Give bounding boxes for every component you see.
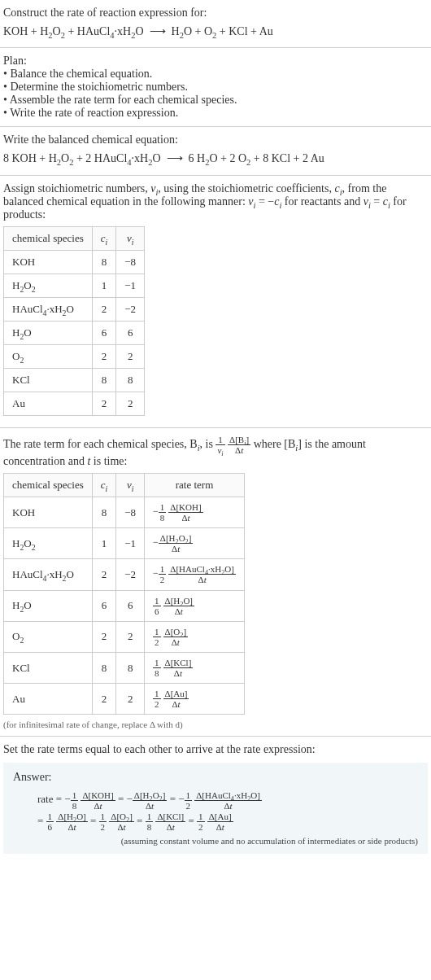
plan-item: Determine the stoichiometric numbers. <box>3 81 428 94</box>
plan-item: Balance the chemical equation. <box>3 68 428 81</box>
stoich-section: Assign stoichiometric numbers, νi, using… <box>0 176 431 428</box>
table-row: H2O6616 Δ[H2O]Δt <box>4 590 245 621</box>
col-species: chemical species <box>4 473 93 497</box>
cell-species: HAuCl4·xH2O <box>4 559 93 590</box>
unbalanced-equation: KOH + H2O2 + HAuCl4·xH2O ⟶ H2O + O2 + KC… <box>3 23 428 41</box>
cell-ci: 6 <box>92 590 116 621</box>
cell-ci: 2 <box>92 297 116 321</box>
cell-species: H2O <box>4 590 93 621</box>
cell-rate: −12 Δ[HAuCl4·xH2O]Δt <box>145 559 245 590</box>
cell-vi: −2 <box>116 559 145 590</box>
cell-ci: 8 <box>92 497 116 527</box>
cell-rate: −Δ[H2O2]Δt <box>145 528 245 559</box>
cell-ci: 2 <box>92 559 116 590</box>
table-row: KCl8818 Δ[KCl]Δt <box>4 652 245 683</box>
table-header-row: chemical species ci νi <box>4 226 145 250</box>
table-row: O22212 Δ[O2]Δt <box>4 621 245 652</box>
answer-line1: rate = −18 Δ[KOH]Δt = −Δ[H2O2]Δt = −12 Δ… <box>37 789 418 811</box>
cell-rate: 16 Δ[H2O]Δt <box>145 590 245 621</box>
cell-vi: 2 <box>116 392 145 415</box>
col-species: chemical species <box>4 226 93 250</box>
table-row: KOH8−8−18 Δ[KOH]Δt <box>4 497 245 527</box>
cell-ci: 1 <box>92 273 116 297</box>
answer-box: Answer: rate = −18 Δ[KOH]Δt = −Δ[H2O2]Δt… <box>3 763 428 853</box>
cell-species: Au <box>4 684 93 715</box>
table-row: O222 <box>4 344 145 368</box>
col-ci: ci <box>92 473 116 497</box>
table-row: KCl88 <box>4 368 145 392</box>
cell-ci: 2 <box>92 621 116 652</box>
col-vi: νi <box>116 473 145 497</box>
cell-vi: −1 <box>116 273 145 297</box>
cell-species: KOH <box>4 250 93 273</box>
answer-line2: = 16 Δ[H2O]Δt = 12 Δ[O2]Δt = 18 Δ[KCl]Δt… <box>37 811 418 833</box>
table-row: Au2212 Δ[Au]Δt <box>4 684 245 715</box>
cell-species: H2O <box>4 321 93 344</box>
stoich-table: chemical species ci νi KOH8−8 H2O21−1 HA… <box>3 226 145 416</box>
cell-species: H2O2 <box>4 528 93 559</box>
plan-section: Plan: Balance the chemical equation. Det… <box>0 48 431 127</box>
cell-species: KOH <box>4 497 93 527</box>
cell-vi: −8 <box>116 250 145 273</box>
cell-vi: −2 <box>116 297 145 321</box>
stoich-intro: Assign stoichiometric numbers, νi, using… <box>3 182 428 221</box>
cell-ci: 1 <box>92 528 116 559</box>
table-header-row: chemical species ci νi rate term <box>4 473 245 497</box>
cell-ci: 8 <box>92 250 116 273</box>
cell-vi: 6 <box>116 590 145 621</box>
cell-vi: 2 <box>116 344 145 368</box>
cell-ci: 2 <box>92 392 116 415</box>
table-row: HAuCl4·xH2O2−2−12 Δ[HAuCl4·xH2O]Δt <box>4 559 245 590</box>
cell-ci: 8 <box>92 368 116 392</box>
cell-rate: 12 Δ[O2]Δt <box>145 621 245 652</box>
prompt-section: Construct the rate of reaction expressio… <box>0 0 431 48</box>
answer-note: (assuming constant volume and no accumul… <box>13 836 418 846</box>
cell-ci: 8 <box>92 652 116 683</box>
cell-species: Au <box>4 392 93 415</box>
final-intro: Set the rate terms equal to each other t… <box>3 743 428 756</box>
cell-rate: 18 Δ[KCl]Δt <box>145 652 245 683</box>
table-row: Au22 <box>4 392 145 415</box>
plan-title: Plan: <box>3 55 428 68</box>
plan-item: Assemble the rate term for each chemical… <box>3 94 428 107</box>
plan-item: Write the rate of reaction expression. <box>3 107 428 120</box>
cell-vi: 8 <box>116 652 145 683</box>
final-section: Set the rate terms equal to each other t… <box>0 737 431 860</box>
cell-species: KCl <box>4 652 93 683</box>
col-ci: ci <box>92 226 116 250</box>
cell-vi: 8 <box>116 368 145 392</box>
cell-species: O2 <box>4 344 93 368</box>
table-row: HAuCl4·xH2O2−2 <box>4 297 145 321</box>
col-vi: νi <box>116 226 145 250</box>
cell-vi: −1 <box>116 528 145 559</box>
prompt-title: Construct the rate of reaction expressio… <box>3 7 428 20</box>
cell-vi: 6 <box>116 321 145 344</box>
cell-ci: 6 <box>92 321 116 344</box>
cell-species: KCl <box>4 368 93 392</box>
cell-vi: −8 <box>116 497 145 527</box>
table-row: H2O66 <box>4 321 145 344</box>
cell-rate: −18 Δ[KOH]Δt <box>145 497 245 527</box>
cell-species: H2O2 <box>4 273 93 297</box>
cell-species: O2 <box>4 621 93 652</box>
cell-ci: 2 <box>92 684 116 715</box>
cell-vi: 2 <box>116 684 145 715</box>
col-rate-term: rate term <box>145 473 245 497</box>
rate-term-table: chemical species ci νi rate term KOH8−8−… <box>3 473 245 715</box>
answer-body: rate = −18 Δ[KOH]Δt = −Δ[H2O2]Δt = −12 Δ… <box>13 789 418 832</box>
cell-vi: 2 <box>116 621 145 652</box>
balanced-equation: 8 KOH + H2O2 + 2 HAuCl4·xH2O ⟶ 6 H2O + 2… <box>3 150 428 168</box>
table-row: H2O21−1 <box>4 273 145 297</box>
balanced-section: Write the balanced chemical equation: 8 … <box>0 127 431 175</box>
cell-species: HAuCl4·xH2O <box>4 297 93 321</box>
rate-term-intro: The rate term for each chemical species,… <box>3 435 428 468</box>
table-row: KOH8−8 <box>4 250 145 273</box>
plan-list: Balance the chemical equation. Determine… <box>3 68 428 120</box>
cell-rate: 12 Δ[Au]Δt <box>145 684 245 715</box>
cell-ci: 2 <box>92 344 116 368</box>
rate-term-section: The rate term for each chemical species,… <box>0 428 431 737</box>
table-row: H2O21−1−Δ[H2O2]Δt <box>4 528 245 559</box>
balanced-title: Write the balanced chemical equation: <box>3 133 428 147</box>
infinitesimal-note: (for infinitesimal rate of change, repla… <box>3 720 428 729</box>
answer-label: Answer: <box>13 771 418 784</box>
